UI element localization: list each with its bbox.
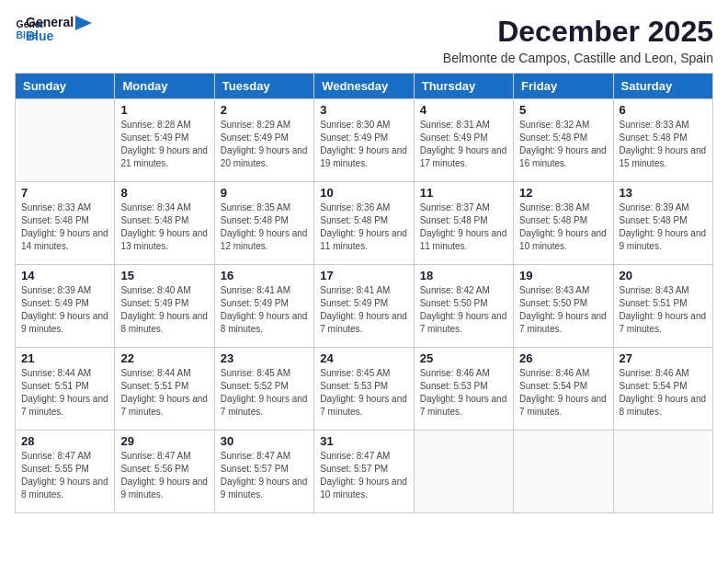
calendar-cell: 13Sunrise: 8:39 AMSunset: 5:48 PMDayligh…: [613, 182, 712, 265]
day-number: 12: [519, 186, 607, 200]
calendar-cell: 23Sunrise: 8:45 AMSunset: 5:52 PMDayligh…: [214, 348, 313, 431]
calendar-cell: 15Sunrise: 8:40 AMSunset: 5:49 PMDayligh…: [115, 265, 214, 348]
calendar-cell: 25Sunrise: 8:46 AMSunset: 5:53 PMDayligh…: [414, 348, 513, 431]
calendar-cell: 17Sunrise: 8:41 AMSunset: 5:49 PMDayligh…: [314, 265, 414, 348]
day-info: Sunrise: 8:43 AMSunset: 5:50 PMDaylight:…: [519, 284, 607, 336]
day-number: 2: [221, 103, 308, 117]
title-area: December 2025 Belmonte de Campos, Castil…: [443, 15, 713, 65]
calendar-cell: 31Sunrise: 8:47 AMSunset: 5:57 PMDayligh…: [314, 431, 414, 513]
day-info: Sunrise: 8:33 AMSunset: 5:48 PMDaylight:…: [21, 201, 108, 253]
day-number: 17: [320, 269, 407, 282]
day-number: 25: [420, 351, 507, 365]
day-number: 21: [21, 351, 108, 365]
day-number: 4: [420, 103, 507, 117]
day-number: 1: [120, 103, 208, 117]
day-info: Sunrise: 8:40 AMSunset: 5:49 PMDaylight:…: [120, 284, 208, 336]
day-number: 26: [519, 351, 607, 365]
day-info: Sunrise: 8:41 AMSunset: 5:49 PMDaylight:…: [221, 284, 308, 336]
calendar-cell: 24Sunrise: 8:45 AMSunset: 5:53 PMDayligh…: [314, 348, 414, 431]
day-info: Sunrise: 8:29 AMSunset: 5:49 PMDaylight:…: [221, 119, 308, 170]
page-subtitle: Belmonte de Campos, Castille and Leon, S…: [443, 51, 713, 65]
day-info: Sunrise: 8:46 AMSunset: 5:53 PMDaylight:…: [420, 367, 507, 419]
calendar-cell: 27Sunrise: 8:46 AMSunset: 5:54 PMDayligh…: [613, 348, 712, 431]
day-number: 23: [221, 351, 308, 365]
day-number: 30: [221, 434, 308, 448]
calendar-cell: 22Sunrise: 8:44 AMSunset: 5:51 PMDayligh…: [115, 348, 214, 431]
calendar-cell: 29Sunrise: 8:47 AMSunset: 5:56 PMDayligh…: [115, 431, 214, 513]
day-info: Sunrise: 8:41 AMSunset: 5:49 PMDaylight:…: [320, 284, 407, 336]
day-info: Sunrise: 8:33 AMSunset: 5:48 PMDaylight:…: [620, 119, 707, 170]
calendar-cell: 30Sunrise: 8:47 AMSunset: 5:57 PMDayligh…: [214, 431, 313, 513]
calendar-cell: 28Sunrise: 8:47 AMSunset: 5:55 PMDayligh…: [16, 431, 115, 513]
day-info: Sunrise: 8:31 AMSunset: 5:49 PMDaylight:…: [420, 119, 507, 170]
day-info: Sunrise: 8:45 AMSunset: 5:53 PMDaylight:…: [320, 367, 407, 419]
page-title: December 2025: [443, 15, 713, 49]
calendar-week-3: 14Sunrise: 8:39 AMSunset: 5:49 PMDayligh…: [16, 265, 713, 348]
calendar-cell: 8Sunrise: 8:34 AMSunset: 5:48 PMDaylight…: [115, 182, 214, 265]
day-number: 15: [120, 269, 208, 282]
svg-marker-3: [75, 16, 92, 30]
calendar-cell: [414, 431, 513, 513]
calendar-header-monday: Monday: [115, 74, 214, 99]
calendar-cell: 1Sunrise: 8:28 AMSunset: 5:49 PMDaylight…: [115, 99, 214, 182]
calendar-cell: 4Sunrise: 8:31 AMSunset: 5:49 PMDaylight…: [414, 99, 513, 182]
day-info: Sunrise: 8:35 AMSunset: 5:48 PMDaylight:…: [221, 201, 308, 253]
day-info: Sunrise: 8:45 AMSunset: 5:52 PMDaylight:…: [221, 367, 308, 419]
page-header: General Blue General Blue December 2025 …: [15, 15, 713, 65]
calendar-cell: 5Sunrise: 8:32 AMSunset: 5:48 PMDaylight…: [514, 99, 613, 182]
calendar-cell: [613, 431, 712, 513]
day-number: 31: [320, 434, 407, 448]
day-info: Sunrise: 8:47 AMSunset: 5:57 PMDaylight:…: [221, 450, 308, 501]
day-info: Sunrise: 8:46 AMSunset: 5:54 PMDaylight:…: [519, 367, 607, 419]
logo-general: General: [26, 16, 74, 29]
calendar-cell: 18Sunrise: 8:42 AMSunset: 5:50 PMDayligh…: [414, 265, 513, 348]
calendar-cell: 26Sunrise: 8:46 AMSunset: 5:54 PMDayligh…: [514, 348, 613, 431]
calendar-header-friday: Friday: [514, 74, 613, 99]
day-info: Sunrise: 8:32 AMSunset: 5:48 PMDaylight:…: [519, 119, 607, 170]
day-info: Sunrise: 8:28 AMSunset: 5:49 PMDaylight:…: [120, 119, 208, 170]
logo-blue: Blue: [26, 29, 74, 43]
calendar-cell: 6Sunrise: 8:33 AMSunset: 5:48 PMDaylight…: [613, 99, 712, 182]
day-number: 3: [320, 103, 407, 117]
day-info: Sunrise: 8:37 AMSunset: 5:48 PMDaylight:…: [420, 201, 507, 253]
calendar-cell: 20Sunrise: 8:43 AMSunset: 5:51 PMDayligh…: [613, 265, 712, 348]
day-number: 8: [120, 186, 208, 200]
calendar-cell: 16Sunrise: 8:41 AMSunset: 5:49 PMDayligh…: [214, 265, 313, 348]
calendar-header-wednesday: Wednesday: [314, 74, 414, 99]
calendar-cell: [16, 99, 115, 182]
calendar-header-sunday: Sunday: [16, 74, 115, 99]
calendar-cell: 14Sunrise: 8:39 AMSunset: 5:49 PMDayligh…: [16, 265, 115, 348]
day-number: 13: [620, 186, 707, 200]
day-info: Sunrise: 8:46 AMSunset: 5:54 PMDaylight:…: [620, 367, 707, 419]
day-info: Sunrise: 8:47 AMSunset: 5:56 PMDaylight:…: [120, 450, 208, 501]
day-number: 11: [420, 186, 507, 200]
calendar-cell: 19Sunrise: 8:43 AMSunset: 5:50 PMDayligh…: [514, 265, 613, 348]
day-number: 7: [21, 186, 108, 200]
day-info: Sunrise: 8:39 AMSunset: 5:48 PMDaylight:…: [620, 201, 707, 253]
day-info: Sunrise: 8:39 AMSunset: 5:49 PMDaylight:…: [21, 284, 108, 336]
day-number: 24: [320, 351, 407, 365]
day-number: 19: [519, 269, 607, 282]
calendar-header-row: SundayMondayTuesdayWednesdayThursdayFrid…: [16, 74, 713, 99]
calendar-cell: 11Sunrise: 8:37 AMSunset: 5:48 PMDayligh…: [414, 182, 513, 265]
day-number: 29: [120, 434, 208, 448]
calendar-week-2: 7Sunrise: 8:33 AMSunset: 5:48 PMDaylight…: [16, 182, 713, 265]
calendar-week-5: 28Sunrise: 8:47 AMSunset: 5:55 PMDayligh…: [16, 431, 713, 513]
calendar-header-saturday: Saturday: [613, 74, 712, 99]
day-number: 6: [620, 103, 707, 117]
day-info: Sunrise: 8:47 AMSunset: 5:55 PMDaylight:…: [21, 450, 108, 501]
day-info: Sunrise: 8:42 AMSunset: 5:50 PMDaylight:…: [420, 284, 507, 336]
day-number: 10: [320, 186, 407, 200]
day-info: Sunrise: 8:44 AMSunset: 5:51 PMDaylight:…: [21, 367, 108, 419]
calendar-cell: 10Sunrise: 8:36 AMSunset: 5:48 PMDayligh…: [314, 182, 414, 265]
day-number: 18: [420, 269, 507, 282]
day-number: 20: [620, 269, 707, 282]
day-info: Sunrise: 8:30 AMSunset: 5:49 PMDaylight:…: [320, 119, 407, 170]
calendar-cell: 9Sunrise: 8:35 AMSunset: 5:48 PMDaylight…: [214, 182, 313, 265]
day-number: 27: [620, 351, 707, 365]
day-info: Sunrise: 8:47 AMSunset: 5:57 PMDaylight:…: [320, 450, 407, 501]
day-number: 22: [120, 351, 208, 365]
logo-flag-icon: [75, 16, 92, 36]
day-info: Sunrise: 8:44 AMSunset: 5:51 PMDaylight:…: [120, 367, 208, 419]
calendar-header-tuesday: Tuesday: [214, 74, 313, 99]
